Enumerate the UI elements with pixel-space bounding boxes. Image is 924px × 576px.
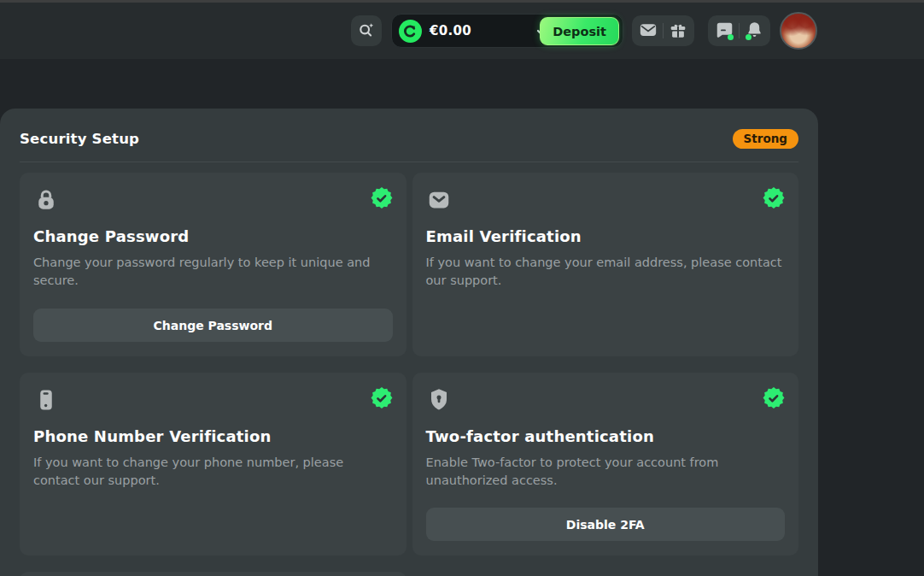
chat-button[interactable] [710,15,739,46]
card-description: If you want to change your email address… [426,254,786,290]
card-title: Two-factor authentication [426,427,786,445]
mail-gift-group [632,15,694,46]
search-button[interactable] [351,15,382,46]
card-partial [20,572,406,576]
notifications-status-dot [746,34,751,40]
coin-icon [399,20,422,43]
verified-badge-icon [763,187,785,209]
change-password-card: Change Password Change your password reg… [20,173,406,356]
search-icon [357,21,376,42]
verified-badge-icon [371,187,393,209]
security-setup-panel: Security Setup Strong Change Password Ch… [0,109,818,576]
card-title: Phone Number Verification [33,427,393,445]
divider [20,162,798,162]
card-description: Enable Two-factor to protect your accoun… [426,454,786,490]
verified-badge-icon [371,387,393,409]
deposit-button[interactable]: Deposit [540,17,619,45]
card-title: Change Password [33,227,393,245]
phone-icon [33,400,59,416]
balance-amount: €0.00 [430,23,471,38]
lock-icon [33,200,59,216]
panel-header: Security Setup Strong [20,128,798,149]
two-factor-card: Two-factor authentication Enable Two-fac… [412,373,799,555]
card-title: Email Verification [426,227,786,245]
mail-button[interactable] [634,15,663,46]
change-password-button[interactable]: Change Password [33,309,393,342]
gift-button[interactable] [664,15,693,46]
top-navbar: €0.00 Deposit [0,3,924,59]
avatar[interactable] [780,12,817,50]
chat-bell-group [708,15,770,46]
security-cards-grid: Change Password Change your password reg… [20,173,798,576]
mail-icon [639,21,658,42]
disable-2fa-button[interactable]: Disable 2FA [426,508,786,541]
phone-verification-card: Phone Number Verification If you want to… [20,373,406,555]
page-title: Security Setup [20,131,139,147]
gift-icon [669,21,687,42]
chat-status-dot [728,34,734,40]
card-description: Change your password regularly to keep i… [33,254,393,290]
card-description: If you want to change your phone number,… [33,454,393,490]
shield-icon [426,400,452,416]
email-verification-card: Email Verification If you want to change… [412,173,799,356]
notifications-button[interactable] [740,15,769,46]
envelope-icon [426,200,452,216]
password-strength-badge: Strong [733,129,798,149]
balance-selector[interactable]: €0.00 Deposit [391,14,623,48]
verified-badge-icon [763,387,785,409]
